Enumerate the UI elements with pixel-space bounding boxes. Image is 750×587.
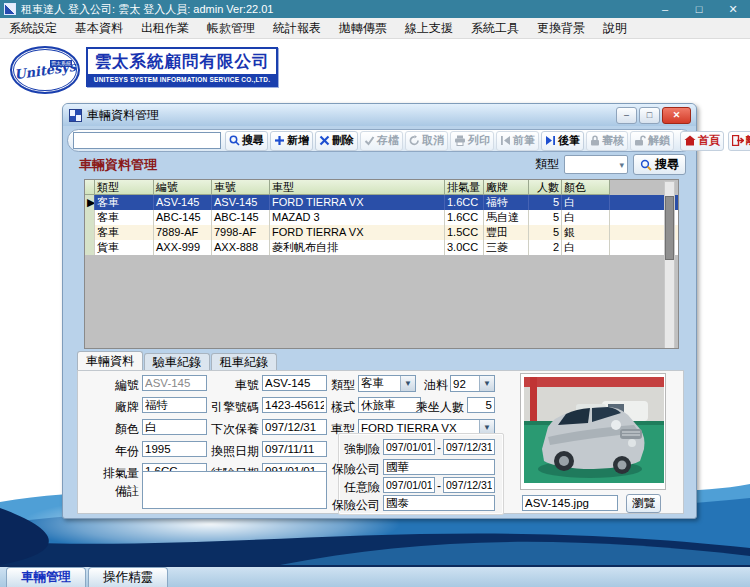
displacement-label: 排氣量 [88, 465, 139, 482]
minimize-icon[interactable]: – [648, 0, 682, 18]
type-select[interactable]: 客車▼ [358, 375, 416, 392]
style-label: 樣式 [314, 399, 355, 416]
menu-item-reports[interactable]: 統計報表 [264, 18, 330, 38]
compulsory-from-field[interactable] [383, 439, 435, 455]
color-label: 顏色 [88, 421, 139, 438]
company-logo: Unitesys 雲太系統 [10, 46, 80, 94]
printer-icon [454, 135, 466, 146]
table-row[interactable]: 客車 7889-AF 7998-AF FORD TIERRA VX 1.5CC … [85, 225, 678, 240]
optional-to-field[interactable] [443, 477, 495, 493]
menu-item-basic-data[interactable]: 基本資料 [66, 18, 132, 38]
mdi-window-title: 車輛資料管理 [87, 107, 159, 124]
app-icon [4, 3, 16, 15]
plus-icon [274, 135, 285, 146]
style-field[interactable] [358, 397, 421, 413]
mdi-titlebar[interactable]: 車輛資料管理 – □ ✕ [63, 104, 696, 126]
close-icon[interactable]: ✕ [716, 0, 750, 18]
insurance-company1-field[interactable] [383, 459, 495, 475]
table-row[interactable]: 客車 ABC-145 ABC-145 MAZAD 3 1.6CC 馬自達 5 白 [85, 210, 678, 225]
menu-item-change-background[interactable]: 更換背景 [528, 18, 594, 38]
fuel-label: 油料 [423, 377, 448, 394]
brand-field[interactable] [142, 397, 207, 413]
table-row[interactable]: ▶ 客車 ASV-145 ASV-145 FORD TIERRA VX 1.6C… [85, 195, 678, 210]
mdi-close-icon[interactable]: ✕ [662, 107, 691, 124]
menu-item-system-tools[interactable]: 系統工具 [462, 18, 528, 38]
approve-button[interactable]: 審核 [586, 131, 628, 151]
unlock-button[interactable]: 解鎖 [630, 131, 674, 151]
menu-item-billing[interactable]: 帳款管理 [198, 18, 264, 38]
remark-label: 備註 [88, 483, 139, 500]
col-brand[interactable]: 廠牌 [484, 180, 529, 195]
optional-from-field[interactable] [383, 477, 435, 493]
menu-item-system-settings[interactable]: 系統設定 [0, 18, 66, 38]
task-tab-vehicle-management[interactable]: 車輛管理 [6, 567, 86, 587]
col-color[interactable]: 顏色 [562, 180, 610, 195]
year-field[interactable] [142, 441, 207, 457]
maximize-icon[interactable]: □ [682, 0, 716, 18]
chevron-down-icon: ▼ [400, 376, 415, 391]
tab-vehicle-data[interactable]: 車輛資料 [77, 351, 143, 370]
logo-badge: 雲太系統 [50, 60, 72, 67]
task-tab-operation-wizard[interactable]: 操作精靈 [88, 567, 168, 587]
menu-item-vouchers[interactable]: 拋轉傳票 [330, 18, 396, 38]
search-icon [229, 135, 240, 146]
remark-field[interactable] [142, 471, 327, 509]
delete-button[interactable]: 刪除 [315, 131, 358, 151]
type-filter-select[interactable]: ▾ [564, 155, 628, 174]
vertical-scrollbar[interactable] [664, 181, 675, 349]
scrollbar-thumb[interactable] [665, 196, 674, 260]
col-seats[interactable]: 人數 [529, 180, 562, 195]
optional-insurance-label: 任意險 [330, 479, 380, 496]
mdi-minimize-icon[interactable]: – [616, 107, 637, 124]
tab-rental-history[interactable]: 租車紀錄 [211, 353, 277, 370]
compulsory-to-field[interactable] [443, 439, 495, 455]
col-type[interactable]: 類型 [95, 180, 154, 195]
year-label: 年份 [88, 443, 139, 460]
table-row[interactable]: 貨車 AXX-999 AXX-888 菱利帆布自排 3.0CC 三菱 2 白 [85, 240, 678, 255]
filter-search-button[interactable]: 搜尋 [633, 154, 686, 175]
plate-label: 車號 [218, 377, 259, 394]
chevron-down-icon: ▾ [619, 160, 624, 170]
color-field[interactable] [142, 419, 207, 435]
cancel-button[interactable]: 取消 [405, 131, 448, 151]
mdi-window-icon [69, 109, 82, 122]
vehicle-photo-panel [520, 373, 666, 490]
company-banner: 雲太系統顧問有限公司 UNITESYS SYSTEM INFORMATION S… [86, 47, 278, 87]
menu-item-rental-ops[interactable]: 出租作業 [132, 18, 198, 38]
col-displacement[interactable]: 排氣量 [445, 180, 484, 195]
seats-field[interactable] [467, 397, 495, 413]
detail-tabs: 車輛資料 驗車紀錄 租車紀錄 [77, 352, 278, 370]
search-button[interactable]: 搜尋 [225, 131, 268, 151]
save-button[interactable]: 存檔 [360, 131, 403, 151]
application-window: 租車達人 登入公司: 雲太 登入人員: admin Ver:22.01 – □ … [0, 0, 750, 587]
menu-item-help[interactable]: 說明 [594, 18, 636, 38]
vehicle-grid: 類型 編號 車號 車型 排氣量 廠牌 人數 顏色 ▶ 客車 ASV-145 AS… [84, 179, 679, 349]
page-title: 車輛資料管理 [79, 156, 157, 174]
lock-icon [590, 135, 600, 146]
add-button[interactable]: 新增 [270, 131, 313, 151]
insurance-company2-field[interactable] [383, 495, 495, 511]
next-record-button[interactable]: 後筆 [541, 131, 584, 151]
bottom-taskbar: 車輛管理 操作精靈 [0, 565, 750, 587]
exit-button[interactable]: 離開 [728, 131, 750, 151]
code-field[interactable] [142, 375, 207, 391]
tab-inspection-history[interactable]: 驗車紀錄 [144, 353, 210, 370]
browse-button[interactable]: 瀏覽 [626, 494, 661, 513]
license-renew-field[interactable] [262, 441, 327, 457]
menu-item-online-support[interactable]: 線上支援 [396, 18, 462, 38]
col-plate[interactable]: 車號 [212, 180, 270, 195]
toolbar-search-input[interactable] [73, 132, 221, 149]
home-button[interactable]: 首頁 [680, 131, 724, 151]
company-name-en: UNITESYS SYSTEM INFORMATION SERVICE CO.,… [88, 74, 276, 85]
mdi-maximize-icon[interactable]: □ [639, 107, 660, 124]
col-model[interactable]: 車型 [270, 180, 445, 195]
type-filter-label: 類型 [535, 156, 559, 173]
prev-icon [500, 135, 511, 146]
previous-record-button[interactable]: 前筆 [496, 131, 539, 151]
compulsory-insurance-label: 強制險 [330, 441, 380, 458]
col-code[interactable]: 編號 [154, 180, 212, 195]
next-service-label: 下次保養 [206, 421, 259, 438]
print-button[interactable]: 列印 [450, 131, 494, 151]
fuel-select[interactable]: 92▼ [450, 375, 495, 392]
photo-filename-field[interactable] [522, 495, 618, 511]
